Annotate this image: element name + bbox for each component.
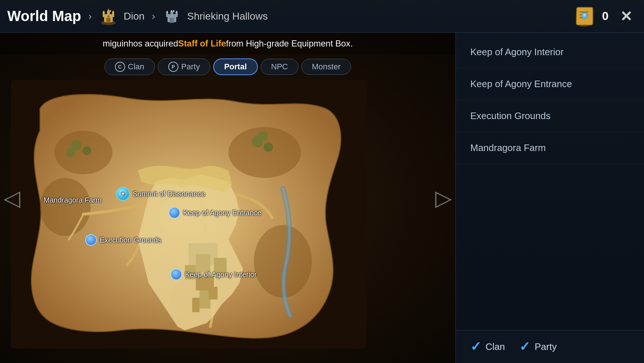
item-count: 0 [602, 9, 608, 23]
summit-marker: ✦ Summit of Dissonance [116, 187, 205, 201]
summit-label: Summit of Dissonance [133, 190, 205, 198]
shrieking-hallows-icon [162, 7, 181, 26]
notification-item-name: Staff of Life [178, 38, 226, 49]
portal-tab-btn[interactable]: Portal [213, 58, 257, 75]
mandragora-farm-marker: Mandragora Farm [44, 196, 102, 204]
sidebar-item-keep-entrance[interactable]: Keep of Agony Entrance [456, 68, 644, 100]
sidebar-item-mandragora[interactable]: Mandragora Farm [456, 132, 644, 164]
svg-rect-2 [103, 12, 105, 17]
svg-point-42 [66, 148, 75, 157]
page-title: World Map [7, 8, 81, 24]
portal-list: Keep of Agony Interior Keep of Agony Ent… [456, 33, 644, 330]
svg-rect-3 [112, 12, 114, 17]
svg-rect-39 [209, 287, 218, 299]
header: World Map › Dion › [0, 0, 644, 33]
sidebar-item-label: Mandragora Farm [470, 142, 546, 153]
sidebar-item-execution[interactable]: Execution Grounds [456, 100, 644, 132]
svg-rect-16 [176, 11, 177, 13]
party-filter-label: Party [181, 62, 200, 72]
sidebar: Keep of Agony Interior Keep of Agony Ent… [455, 33, 644, 363]
scroll-icon [573, 5, 595, 27]
svg-rect-12 [166, 12, 168, 17]
sidebar-item-keep-interior[interactable]: Keep of Agony Interior [456, 36, 644, 68]
notification-text-before: miguinhos acquired [103, 38, 178, 49]
filter-row: C Clan P Party Portal NPC Monster [0, 54, 455, 79]
svg-rect-17 [171, 10, 172, 12]
sidebar-item-label: Keep of Agony Interior [470, 46, 564, 57]
party-filter-btn[interactable]: P Party [158, 58, 210, 75]
svg-rect-38 [192, 298, 199, 312]
map-area: miguinhos acquired Staff of Life from Hi… [0, 33, 455, 363]
header-right: 0 ✕ [573, 5, 637, 27]
sidebar-item-label: Keep of Agony Entrance [470, 78, 572, 89]
main-content: miguinhos acquired Staff of Life from Hi… [0, 33, 644, 363]
mandragora-farm-label: Mandragora Farm [44, 196, 102, 204]
notification-text-after: from High-grade Equipment Box. [226, 38, 353, 49]
close-button[interactable]: ✕ [616, 7, 637, 26]
party-icon: P [168, 62, 178, 72]
monster-tab-btn[interactable]: Monster [301, 59, 351, 75]
svg-point-10 [107, 15, 110, 17]
party-footer-label: Party [534, 341, 557, 352]
breadcrumb-shrieking: Shrieking Hallows [187, 11, 268, 22]
party-checkmark: ✓ [519, 339, 530, 354]
svg-rect-5 [103, 11, 104, 13]
svg-rect-19 [170, 18, 174, 23]
notification-bar: miguinhos acquired Staff of Life from Hi… [0, 33, 455, 54]
svg-rect-18 [173, 10, 174, 12]
nav-right-arrow[interactable]: ▷ [435, 185, 452, 211]
clan-checkmark: ✓ [470, 339, 481, 354]
keep-entrance-marker: Keep of Agony Entrance [169, 207, 261, 219]
sidebar-footer: ✓ Clan ✓ Party [456, 330, 644, 363]
svg-rect-13 [176, 12, 178, 17]
clan-filter-btn[interactable]: C Clan [104, 58, 155, 75]
clan-filter-label: Clan [128, 62, 144, 72]
npc-label: NPC [271, 62, 288, 72]
keep-entrance-dot [169, 207, 180, 219]
svg-rect-6 [112, 11, 114, 13]
keep-entrance-label: Keep of Agony Entrance [183, 209, 261, 217]
summit-swirl-icon: ✦ [116, 187, 130, 201]
clan-checkbox-item[interactable]: ✓ Clan [470, 339, 505, 354]
portal-label: Portal [224, 62, 247, 72]
parchment-map: Mandragora Farm ✦ Summit of Dissonance K… [11, 80, 366, 348]
dion-castle-icon [99, 7, 118, 26]
svg-rect-15 [166, 11, 168, 13]
execution-grounds-dot [85, 234, 97, 246]
svg-rect-8 [110, 10, 111, 12]
npc-tab-btn[interactable]: NPC [261, 59, 298, 75]
monster-label: Monster [312, 62, 340, 72]
nav-left-arrow[interactable]: ◁ [4, 185, 20, 211]
keep-interior-dot [170, 269, 182, 280]
sidebar-item-label: Execution Grounds [470, 110, 550, 121]
svg-rect-9 [106, 18, 111, 23]
clan-icon: C [115, 62, 125, 72]
svg-point-45 [258, 131, 268, 141]
execution-grounds-marker: Execution Grounds [85, 234, 161, 246]
svg-point-28 [40, 178, 91, 236]
breadcrumb-arrow-1: › [88, 11, 92, 22]
breadcrumb-dion: Dion [124, 11, 145, 22]
svg-point-41 [83, 146, 91, 155]
keep-interior-marker: Keep of Agony Interior [170, 269, 257, 280]
svg-point-44 [264, 142, 273, 152]
party-checkbox-item[interactable]: ✓ Party [519, 339, 557, 354]
execution-grounds-label: Execution Grounds [100, 236, 161, 244]
clan-footer-label: Clan [486, 341, 505, 352]
keep-interior-label: Keep of Agony Interior [185, 270, 257, 279]
breadcrumb-arrow-2: › [152, 11, 155, 22]
